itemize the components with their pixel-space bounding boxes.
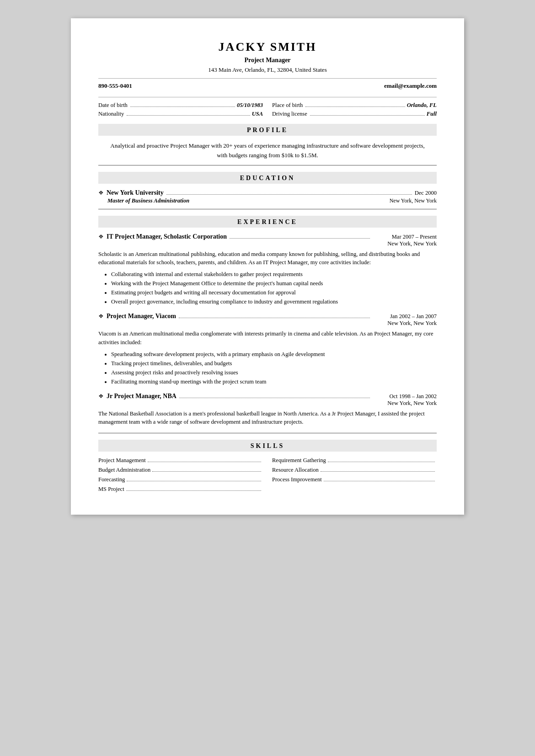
skills-title: SKILLS	[251, 442, 285, 449]
education-entry: ❖ New York University Dec 2000 Master of…	[98, 189, 437, 204]
skill-row-2-left: Budget Administration	[98, 467, 263, 474]
skill-label: Project Management	[98, 457, 146, 464]
profile-section-header: PROFILE	[98, 124, 437, 136]
skill-row-1-right: Requirement Gathering	[272, 457, 437, 464]
skill-label: Resource Allocation	[272, 467, 319, 474]
exp-location-3: New York, New York	[373, 400, 437, 407]
edu-dots	[166, 194, 412, 195]
bullet-item: Estimating project budgets and writing a…	[111, 288, 437, 297]
exp-header-2: ❖ Project Manager, Viacom Jan 2002 – Jan…	[98, 313, 437, 327]
experience-underline	[98, 433, 437, 433]
exp-title-left-2: ❖ Project Manager, Viacom	[98, 313, 373, 320]
edu-date: Dec 2000	[415, 190, 437, 197]
exp-desc-3: The National Basketball Association is a…	[98, 410, 437, 427]
exp-desc-1: Scholastic is an American multinational …	[98, 250, 437, 267]
bullet-item: Spearheading software development projec…	[111, 350, 437, 359]
nationality-value: USA	[252, 111, 263, 117]
pob-dots	[305, 106, 405, 107]
skill-label: MS Project	[98, 486, 124, 493]
bullet-item: Assessing project risks and proactively …	[111, 368, 437, 377]
exp-date-1: Mar 2007 – Present	[373, 234, 437, 240]
exp-entry-3: ❖ Jr Project Manager, NBA Oct 1998 – Jan…	[98, 393, 437, 427]
skill-row-4-left: MS Project	[98, 486, 263, 493]
exp-bullets-2: Spearheading software development projec…	[98, 350, 437, 386]
edu-location: New York, New York	[390, 197, 437, 204]
dob-row: Date of birth 05/10/1983	[98, 102, 263, 109]
bullet-item: Tracking project timelines, deliverables…	[111, 359, 437, 368]
candidate-address: 143 Main Ave, Orlando, FL, 32804, United…	[98, 66, 437, 74]
candidate-title: Project Manager	[98, 57, 437, 64]
candidate-name: JACKY SMITH	[98, 40, 437, 54]
skill-dots	[148, 462, 261, 462]
license-label: Driving license	[272, 111, 307, 117]
diamond-icon-1: ❖	[98, 233, 104, 240]
exp-dots-3	[179, 398, 370, 398]
skill-row-1-left: Project Management	[98, 457, 263, 464]
skill-dots	[152, 471, 261, 472]
exp-location-2: New York, New York	[373, 320, 437, 327]
candidate-phone: 890-555-0401	[98, 82, 132, 90]
resume-header: JACKY SMITH Project Manager 143 Main Ave…	[98, 40, 437, 74]
exp-date-2: Jan 2002 – Jan 2007	[373, 313, 437, 320]
skills-section-header: SKILLS	[98, 440, 437, 452]
skill-label: Forecasting	[98, 476, 125, 483]
dob-value: 05/10/1983	[237, 102, 263, 109]
candidate-email: email@example.com	[384, 82, 437, 90]
exp-date-3: Oct 1998 – Jan 2002	[373, 393, 437, 400]
diamond-icon: ❖	[98, 189, 104, 197]
edu-title-left: ❖ New York University	[98, 189, 415, 197]
bullet-item: Facilitating morning stand-up meetings w…	[111, 377, 437, 386]
exp-header-3: ❖ Jr Project Manager, NBA Oct 1998 – Jan…	[98, 393, 437, 407]
skill-row-3-right: Process Improvement	[272, 476, 437, 483]
nationality-dots	[127, 115, 250, 116]
exp-dots-1	[230, 238, 370, 239]
skill-label: Budget Administration	[98, 467, 150, 474]
nationality-row: Nationality USA	[98, 111, 263, 117]
exp-date-block-3: Oct 1998 – Jan 2002 New York, New York	[373, 393, 437, 407]
exp-date-block-1: Mar 2007 – Present New York, New York	[373, 234, 437, 247]
bullet-item: Working with the Project Management Offi…	[111, 279, 437, 288]
skill-dots	[328, 462, 435, 462]
exp-company-2: Project Manager, Viacom	[107, 313, 176, 320]
exp-entry-2: ❖ Project Manager, Viacom Jan 2002 – Jan…	[98, 313, 437, 386]
skill-row-2-right: Resource Allocation	[272, 467, 437, 474]
profile-underline	[98, 165, 437, 165]
bullet-item: Overall project governance, including en…	[111, 297, 437, 306]
pob-label: Place of birth	[272, 102, 303, 109]
exp-title-left-3: ❖ Jr Project Manager, NBA	[98, 393, 373, 400]
pob-value: Orlando, FL	[407, 102, 437, 109]
exp-bullets-1: Collaborating with internal and external…	[98, 270, 437, 306]
exp-dots-2	[179, 318, 370, 318]
exp-entry-1: ❖ IT Project Manager, Scholastic Corpora…	[98, 233, 437, 307]
nationality-label: Nationality	[98, 111, 124, 117]
education-underline	[98, 209, 437, 209]
education-section-header: EDUCATION	[98, 172, 437, 184]
education-title: EDUCATION	[240, 175, 295, 181]
exp-company-3: Jr Project Manager, NBA	[107, 393, 177, 400]
edu-header-row: ❖ New York University Dec 2000	[98, 189, 437, 197]
dob-dots	[130, 106, 235, 107]
diamond-icon-2: ❖	[98, 313, 104, 320]
skill-dots	[324, 481, 435, 481]
edu-school-name: New York University	[107, 189, 164, 197]
personal-info-grid: Date of birth 05/10/1983 Place of birth …	[98, 102, 437, 117]
header-divider	[98, 78, 437, 79]
edu-degree: Master of Business Administration	[107, 197, 189, 204]
exp-company-1: IT Project Manager, Scholastic Corporati…	[107, 233, 227, 240]
license-row: Driving license Full	[272, 111, 437, 117]
exp-location-1: New York, New York	[373, 240, 437, 247]
diamond-icon-3: ❖	[98, 393, 104, 400]
skill-dots	[127, 481, 261, 481]
skill-row-3-left: Forecasting	[98, 476, 263, 483]
exp-header-1: ❖ IT Project Manager, Scholastic Corpora…	[98, 233, 437, 247]
experience-section-header: EXPERIENCE	[98, 216, 437, 228]
exp-title-left-1: ❖ IT Project Manager, Scholastic Corpora…	[98, 233, 373, 240]
skill-label: Requirement Gathering	[272, 457, 326, 464]
edu-sub-row: Master of Business Administration New Yo…	[98, 197, 437, 204]
bullet-item: Collaborating with internal and external…	[111, 270, 437, 279]
skill-dots	[126, 490, 261, 491]
license-value: Full	[427, 111, 437, 117]
contact-divider	[98, 97, 437, 97]
exp-desc-2: Viacom is an American multinational medi…	[98, 330, 437, 347]
exp-date-block-2: Jan 2002 – Jan 2007 New York, New York	[373, 313, 437, 327]
